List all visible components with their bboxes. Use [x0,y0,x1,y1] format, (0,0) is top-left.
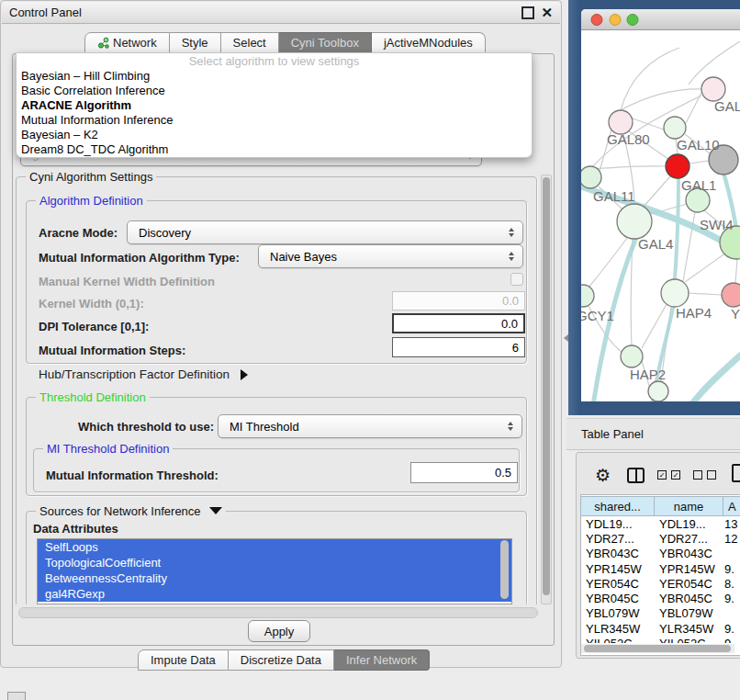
node-label: GAL [714,98,740,114]
node-gal11[interactable] [581,166,601,188]
node-hap4[interactable] [661,279,689,307]
checked-checkbox-icon[interactable]: ✓ [671,470,680,480]
settings-vertical-scrollbar-thumb[interactable] [543,177,550,595]
algorithm-option-bayesian-k2[interactable]: Bayesian – K2 [17,128,532,142]
dropdown-placeholder: Select algorithm to view settings [17,53,532,69]
tab-cyni-toolbox[interactable]: Cyni Toolbox [279,32,372,53]
node-label: HAP4 [676,305,712,321]
hub-section-toggle[interactable]: Hub/Transcription Factor Definition [39,367,248,381]
sources-group-title[interactable]: Sources for Network Inference [36,504,226,518]
tab-infer-network[interactable]: Infer Network [334,649,430,671]
list-item-betweennesscentrality[interactable]: BetweennessCentrality [38,570,511,586]
unchecked-checkbox-icon[interactable] [707,470,716,480]
algorithm-option-dream8[interactable]: Dream8 DC_TDC Algorithm [17,142,532,157]
table-horizontal-scrollbar-thumb[interactable] [584,645,731,652]
settings-scroll-viewport: Cyni Algorithm Settings Algorithm Defini… [16,173,539,604]
node-y[interactable] [722,283,740,307]
mi-type-label: Mutual Information Algorithm Type: [39,251,240,265]
table-row[interactable]: YBL079WYBL079W [580,606,740,621]
table-row[interactable]: YDL19...YDL19...13 [580,516,740,531]
combo-stepper-icon [508,422,513,431]
column-header-shared-name[interactable]: shared... [580,496,655,516]
algorithm-option-aracne[interactable]: ARACNE Algorithm [17,98,532,113]
table-row[interactable]: YER054CYER054C8. [580,576,740,591]
list-item-topologicalcoefficient[interactable]: TopologicalCoefficient [38,555,511,570]
table-row[interactable]: YPR145WYPR145W9. [580,561,740,576]
network-canvas[interactable]: GAL GAL80 GAL10 GAL1 GAL11 GAL4 SWI4 GCY… [581,30,740,401]
column-header-name[interactable]: name [654,496,723,516]
algorithm-option-mutual-information[interactable]: Mutual Information Inference [17,113,532,128]
control-panel-titlebar: Control Panel ✕ [2,2,560,24]
kernel-width-field[interactable]: 0.0 [392,291,525,310]
data-attributes-list: SelfLoops TopologicalCoefficient Between… [37,538,512,604]
algorithm-option-basic-correlation[interactable]: Basic Correlation Inference [17,84,532,98]
mac-close-icon[interactable] [591,15,602,26]
collapse-down-icon [209,507,222,514]
mi-threshold-label: Mutual Information Threshold: [46,469,219,482]
cyni-bottom-tabbar: Impute Data Discretize Data Infer Networ… [138,649,430,671]
node-label: GCY1 [581,308,614,323]
aracne-mode-label: Aracne Mode: [39,226,118,240]
tab-select[interactable]: Select [221,32,279,53]
table-panel-titlebar: Table Panel [566,418,740,450]
threshold-definition-title: Threshold Definition [36,390,150,404]
node-label: SWI4 [700,217,734,232]
network-window-titlebar[interactable] [581,9,740,30]
node-label: GAL4 [638,236,673,252]
mi-threshold-field[interactable]: 0.5 [410,462,518,483]
tab-impute-data[interactable]: Impute Data [138,649,229,671]
gear-icon[interactable]: ⚙ [595,465,611,486]
close-panel-icon[interactable]: ✕ [541,8,553,17]
table-row[interactable]: YIL052CYIL052C9. [580,636,740,643]
which-threshold-combo[interactable]: MI Threshold [218,414,522,438]
minimized-panel-icon[interactable] [7,692,26,700]
which-threshold-label: Which threshold to use: [78,420,214,434]
checked-checkbox-icon[interactable]: ✓ [657,470,667,480]
tab-style[interactable]: Style [170,32,221,53]
apply-button[interactable]: Apply [248,620,310,642]
node-label: Y [731,306,740,322]
table-row[interactable]: YLR345WYLR345W9. [580,621,740,636]
table-row[interactable]: YBR045CYBR045C9. [580,591,740,605]
mi-steps-field[interactable]: 6 [392,337,525,357]
combo-stepper-icon [509,252,514,261]
node-gal1-selected[interactable] [666,154,690,178]
dpi-tolerance-label: DPI Tolerance [0,1]: [39,320,149,333]
table-row[interactable]: YBR043CYBR043C [580,547,740,561]
mac-zoom-icon[interactable] [627,15,638,26]
list-item-gal4rgexp[interactable]: gal4RGexp [38,586,511,602]
cyni-algorithm-settings-title: Cyni Algorithm Settings [26,173,156,184]
attributes-list-scrollbar[interactable] [500,540,509,599]
tab-jactivemnodules[interactable]: jActiveMNodules [372,32,486,53]
node-unlabeled-2[interactable] [648,381,668,401]
network-icon [97,37,109,49]
unchecked-checkbox-icon[interactable] [693,470,702,480]
node-label: GAL80 [607,131,650,147]
tab-network-label: Network [113,33,157,52]
manual-kernel-checkbox[interactable] [510,273,523,286]
settings-horizontal-scrollbar[interactable] [18,607,538,618]
mi-steps-label: Mutual Information Steps: [39,344,185,357]
list-item-selfloops[interactable]: SelfLoops [38,539,511,555]
dpi-tolerance-field[interactable]: 0.0 [392,313,525,333]
node-gal4[interactable] [617,204,652,239]
algorithm-option-bayesian-hill[interactable]: Bayesian – Hill Climbing [17,69,532,84]
split-columns-icon[interactable] [627,468,645,483]
table-row[interactable]: YDR27...YDR27...12 [580,531,740,546]
combo-stepper-icon [509,228,514,237]
mi-type-combo[interactable]: Naive Bayes [258,244,523,268]
float-panel-icon[interactable] [521,6,534,19]
aracne-mode-combo[interactable]: Discovery [127,220,523,244]
control-panel-tabbar: Network Style Select Cyni Toolbox jActiv… [84,32,486,53]
column-header-clipped[interactable]: A [723,496,740,516]
node-hap2[interactable] [621,345,643,367]
document-icon[interactable] [732,464,740,482]
mac-minimize-icon[interactable] [610,15,621,26]
tab-discretize-data[interactable]: Discretize Data [229,649,334,671]
tab-network[interactable]: Network [84,32,170,53]
node-gcy1[interactable] [581,285,594,307]
node-label: GAL10 [677,137,720,152]
node-gal10[interactable] [664,117,686,139]
table-rows: YDL19...YDL19...13 YDR27...YDR27...12 YB… [580,516,740,643]
expand-right-icon [241,369,248,380]
